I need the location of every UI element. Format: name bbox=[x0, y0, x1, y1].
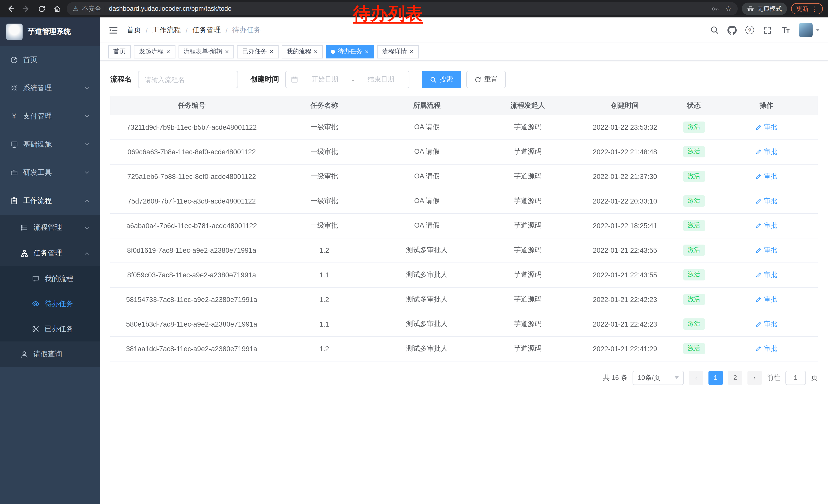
toolbox-icon bbox=[10, 169, 18, 176]
close-icon[interactable]: × bbox=[365, 48, 369, 55]
help-icon[interactable]: ? bbox=[745, 26, 754, 34]
view-tab[interactable]: 发起流程 × bbox=[134, 45, 175, 58]
sidebar-item-process-management[interactable]: 流程管理 bbox=[0, 215, 100, 240]
process-cell: OA 请假 bbox=[376, 189, 478, 213]
reload-icon[interactable] bbox=[36, 3, 47, 14]
page-button-2[interactable]: 2 bbox=[728, 370, 742, 385]
view-tab[interactable]: 已办任务 × bbox=[237, 45, 278, 58]
browser-menu-icon[interactable]: ⋮ bbox=[811, 5, 818, 12]
reset-button[interactable]: 重置 bbox=[466, 71, 506, 88]
update-button[interactable]: 更新 ⋮ bbox=[791, 3, 823, 14]
font-size-icon[interactable] bbox=[781, 26, 790, 35]
approve-button[interactable]: 审批 bbox=[756, 295, 777, 304]
approve-button[interactable]: 审批 bbox=[756, 270, 777, 279]
task-name-cell: 1.2 bbox=[273, 238, 376, 263]
sidebar-item-system[interactable]: 系统管理 bbox=[0, 74, 100, 102]
action-cell: 审批 bbox=[715, 213, 818, 238]
process-cell: 测试多审批人 bbox=[376, 312, 478, 336]
date-separator: - bbox=[352, 76, 354, 83]
password-key-icon[interactable] bbox=[711, 4, 720, 13]
status-cell: 激活 bbox=[673, 164, 715, 189]
table-row: 069c6a63-7b8a-11ec-8ef0-acde48001122 一级审… bbox=[110, 139, 818, 164]
view-tab[interactable]: 我的流程 × bbox=[282, 45, 323, 58]
todo-task-table: 任务编号 任务名称 所属流程 流程发起人 创建时间 状态 操作 bbox=[110, 96, 818, 361]
page-size-select[interactable]: 10条/页 bbox=[632, 370, 684, 385]
forward-icon[interactable] bbox=[20, 3, 32, 14]
status-badge: 激活 bbox=[683, 244, 705, 256]
github-icon[interactable] bbox=[728, 26, 737, 35]
avatar bbox=[799, 23, 813, 37]
sidebar-collapse-icon[interactable] bbox=[108, 25, 119, 35]
approve-button[interactable]: 审批 bbox=[756, 245, 777, 255]
create-time-label: 创建时间 bbox=[250, 75, 279, 84]
sidebar-item-leave-query[interactable]: 请假查询 bbox=[0, 341, 100, 367]
sidebar-item-task-management[interactable]: 任务管理 bbox=[0, 240, 100, 266]
process-cell: OA 请假 bbox=[376, 164, 478, 189]
view-tab[interactable]: 待办任务 × bbox=[326, 45, 374, 58]
page-button-1[interactable]: 1 bbox=[708, 370, 723, 385]
action-cell: 审批 bbox=[715, 238, 818, 263]
view-tab[interactable]: 流程表单-编辑 × bbox=[178, 45, 234, 58]
sidebar-item-workflow[interactable]: 工作流程 bbox=[0, 187, 100, 215]
chevron-down-icon bbox=[84, 141, 90, 147]
app-logo bbox=[6, 23, 23, 40]
close-icon[interactable]: × bbox=[269, 48, 273, 55]
sidebar-item-my-processes[interactable]: 我的流程 bbox=[0, 266, 100, 291]
sidebar-item-infrastructure[interactable]: 基础设施 bbox=[0, 130, 100, 158]
process-name-label: 流程名 bbox=[110, 75, 132, 84]
table-row: 58154733-7ac8-11ec-a9e2-a2380e71991a 1.2… bbox=[110, 287, 818, 312]
close-icon[interactable]: × bbox=[409, 48, 413, 55]
create-time-cell: 2022-01-22 23:53:32 bbox=[577, 115, 672, 139]
status-cell: 激活 bbox=[673, 336, 715, 361]
back-icon[interactable] bbox=[5, 3, 16, 14]
sidebar-item-dev-tools[interactable]: 研发工具 bbox=[0, 158, 100, 187]
bookmark-star-icon[interactable]: ☆ bbox=[725, 5, 732, 13]
home-icon[interactable] bbox=[51, 3, 63, 14]
search-button[interactable]: 搜索 bbox=[422, 71, 461, 88]
approve-button[interactable]: 审批 bbox=[756, 147, 777, 156]
breadcrumb-task-management[interactable]: 任务管理 bbox=[192, 26, 221, 35]
close-icon[interactable]: × bbox=[314, 48, 318, 55]
breadcrumb-workflow[interactable]: 工作流程 bbox=[152, 26, 181, 35]
process-cell: 测试多审批人 bbox=[376, 287, 478, 312]
tab-label: 流程表单-编辑 bbox=[183, 47, 222, 56]
approve-button[interactable]: 审批 bbox=[756, 172, 777, 181]
user-menu[interactable] bbox=[799, 23, 820, 37]
process-name-input[interactable] bbox=[138, 71, 238, 88]
edit-icon bbox=[756, 272, 762, 278]
approve-button[interactable]: 审批 bbox=[756, 344, 777, 353]
tab-bar: 首页 发起流程 × 流程表单-编辑 × bbox=[100, 43, 828, 60]
status-badge: 激活 bbox=[683, 171, 705, 182]
sidebar-item-done-tasks[interactable]: 已办任务 bbox=[0, 316, 100, 341]
close-icon[interactable]: × bbox=[225, 48, 229, 55]
app-window: ⚠ 不安全 dashboard.yudao.iocoder.cn/bpm/tas… bbox=[0, 0, 828, 504]
sidebar-item-home[interactable]: 首页 bbox=[0, 46, 100, 74]
create-time-cell: 2022-01-21 22:43:55 bbox=[577, 238, 672, 263]
next-page-button[interactable]: › bbox=[747, 370, 762, 385]
task-id-cell: 73211d9d-7b9b-11ec-b5b7-acde48001122 bbox=[110, 115, 273, 139]
task-name-cell: 一级审批 bbox=[273, 189, 376, 213]
approve-button[interactable]: 审批 bbox=[756, 221, 777, 230]
sidebar-item-todo-tasks[interactable]: 待办任务 bbox=[0, 291, 100, 316]
app-title: 芋道管理系统 bbox=[28, 27, 71, 36]
approve-button[interactable]: 审批 bbox=[756, 123, 777, 132]
process-cell: OA 请假 bbox=[376, 213, 478, 238]
search-icon[interactable] bbox=[709, 26, 719, 35]
approve-button[interactable]: 审批 bbox=[756, 196, 777, 205]
edit-icon bbox=[756, 223, 762, 229]
process-cell: 测试多审批人 bbox=[376, 263, 478, 287]
task-name-cell: 一级审批 bbox=[273, 213, 376, 238]
col-actions: 操作 bbox=[715, 96, 818, 115]
initiator-cell: 芋道源码 bbox=[478, 238, 577, 263]
fullscreen-icon[interactable] bbox=[763, 26, 772, 35]
goto-page-input[interactable] bbox=[785, 370, 806, 385]
initiator-cell: 芋道源码 bbox=[478, 213, 577, 238]
view-tab[interactable]: 流程详情 × bbox=[377, 45, 418, 58]
approve-button[interactable]: 审批 bbox=[756, 319, 777, 329]
breadcrumb-home[interactable]: 首页 bbox=[127, 26, 141, 35]
close-icon[interactable]: × bbox=[166, 48, 170, 55]
sidebar-item-payment[interactable]: ¥ 支付管理 bbox=[0, 102, 100, 130]
date-range-picker[interactable]: 开始日期 - 结束日期 bbox=[285, 71, 409, 88]
view-tab[interactable]: 首页 bbox=[108, 45, 131, 58]
prev-page-button[interactable]: ‹ bbox=[689, 370, 703, 385]
